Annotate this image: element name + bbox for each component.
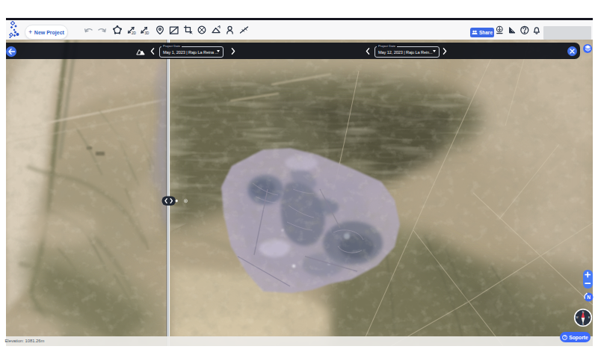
svg-text:2D: 2D [132,31,137,35]
svg-text:3D: 3D [145,31,150,35]
svg-text:N: N [587,294,591,300]
